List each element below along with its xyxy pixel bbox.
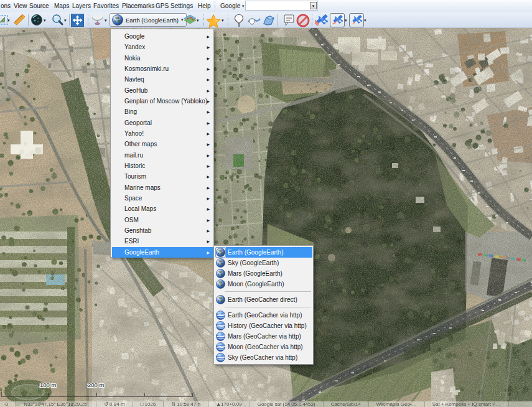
svg-text:100 m: 100 m: [40, 381, 56, 388]
svg-text:200 m: 200 m: [88, 381, 104, 388]
